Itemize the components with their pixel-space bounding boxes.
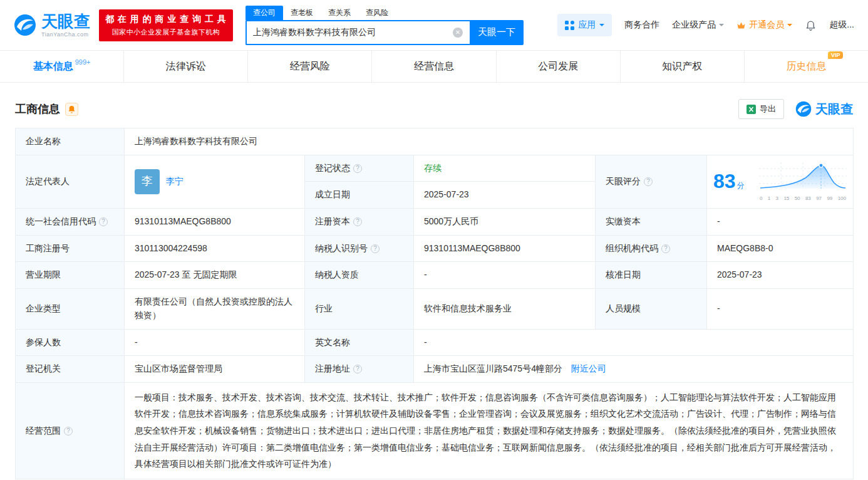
apps-grid-icon <box>565 21 574 30</box>
promo-line2: 国家中小企业发展子基金旗下机构 <box>105 28 227 37</box>
tab-business-label: 经营信息 <box>414 60 454 73</box>
help-icon[interactable] <box>644 177 653 186</box>
search-tab-company[interactable]: 查公司 <box>245 6 283 20</box>
business-cooperation-link[interactable]: 商务合作 <box>624 19 659 31</box>
label-approval-date: 核准日期 <box>596 262 707 289</box>
monitor-bell-icon[interactable] <box>65 103 78 116</box>
apps-menu[interactable]: 应用 <box>557 14 612 36</box>
page-title: 工商信息 <box>15 102 60 117</box>
help-icon[interactable] <box>99 217 108 226</box>
help-icon[interactable] <box>661 244 670 253</box>
search-tab-relation[interactable]: 查关系 <box>321 6 358 20</box>
value-approval-date: 2025-07-23 <box>707 262 854 289</box>
nearby-companies-link[interactable]: 附近公司 <box>571 363 606 373</box>
search-input[interactable] <box>245 20 470 45</box>
super-vip-link[interactable]: 超级... <box>829 19 854 31</box>
clear-icon[interactable] <box>453 28 463 38</box>
score-chart: 0 1 3 15 50 83 97 99 100 <box>759 161 847 202</box>
tab-intellectual-property[interactable]: 知识产权 <box>620 51 744 82</box>
table-row: 登记机关 宝山区市场监督管理局 注册地址 上海市宝山区蕰川路5475号4幢部分 … <box>16 356 854 383</box>
label-english-name: 英文名称 <box>305 329 414 356</box>
axis-tick: 3 <box>776 195 778 202</box>
help-icon[interactable] <box>353 365 362 373</box>
label-credit-code: 统一社会信用代码 <box>16 209 125 236</box>
tab-ip-label: 知识产权 <box>662 60 702 73</box>
search-button[interactable]: 天眼一下 <box>470 20 524 45</box>
label-company-name: 企业名称 <box>16 128 125 155</box>
search-tab-risk[interactable]: 查风险 <box>358 6 396 20</box>
tianyancha-watermark-logo[interactable]: 天眼查 <box>795 101 853 118</box>
help-icon[interactable] <box>64 427 73 436</box>
crown-icon <box>736 21 746 29</box>
label-industry: 行业 <box>305 289 414 329</box>
tab-business-info[interactable]: 经营信息 <box>371 51 495 82</box>
value-taxpayer-id: 91310113MAEQG8B800 <box>414 235 596 262</box>
label-taxpayer-quality: 纳税人资质 <box>305 262 414 289</box>
tab-legal-proceedings[interactable]: 法律诉讼 <box>123 51 247 82</box>
score-curve-icon <box>759 161 847 190</box>
value-staff-size: - <box>707 289 854 329</box>
apps-label: 应用 <box>578 19 596 31</box>
brand-domain: TianYanCha.com <box>41 31 90 38</box>
help-icon[interactable] <box>353 217 362 226</box>
table-row: 企业类型 有限责任公司（自然人投资或控股的法人独资） 行业 软件和信息技术服务业… <box>16 289 854 329</box>
label-reg-address: 注册地址 <box>305 356 414 383</box>
score-axis: 0 1 3 15 50 83 97 99 100 <box>759 195 847 202</box>
label-tianyan-score: 天眼评分 <box>596 155 707 208</box>
tianyancha-logo-icon <box>14 14 36 36</box>
top-header: 天眼查 TianYanCha.com 都 在 用 的 商 业 查 询 工 具 国… <box>0 0 868 50</box>
table-row: 营业期限 2025-07-23 至 无固定期限 纳税人资质 - 核准日期 202… <box>16 262 854 289</box>
tianyan-score-cell: 83分 <box>707 155 854 208</box>
value-business-term: 2025-07-23 至 无固定期限 <box>125 262 305 289</box>
score-unit: 分 <box>737 181 745 190</box>
search-tabs: 查公司 查老板 查关系 查风险 <box>245 6 524 20</box>
table-row: 企业名称 上海鸿睿数科数字科技有限公司 <box>16 128 854 155</box>
value-reg-capital: 5000万人民币 <box>414 209 596 236</box>
search-tab-boss[interactable]: 查老板 <box>283 6 321 20</box>
promo-line1: 都 在 用 的 商 业 查 询 工 具 <box>105 14 227 25</box>
legal-rep-link[interactable]: 李宁 <box>166 175 183 189</box>
notifications-bell-icon[interactable] <box>805 19 817 31</box>
label-business-term: 营业期限 <box>16 262 125 289</box>
value-company-name: 上海鸿睿数科数字科技有限公司 <box>125 128 854 155</box>
company-tabs: 基本信息 999+ 法律诉讼 经营风险 经营信息 公司发展 知识产权 历史信息 … <box>0 50 868 83</box>
tianyancha-logo-icon <box>795 101 812 117</box>
tab-history-info[interactable]: 历史信息 VIP <box>744 51 868 82</box>
tab-operating-risk[interactable]: 经营风险 <box>247 51 371 82</box>
tab-risk-label: 经营风险 <box>290 60 330 73</box>
section-head-right: 导出 天眼查 <box>738 99 853 119</box>
tab-legal-label: 法律诉讼 <box>166 60 206 73</box>
value-establish-date: 2025-07-23 <box>414 182 596 209</box>
top-right-nav: 应用 商务合作 企业级产品 开通会员 超级... <box>557 14 854 36</box>
chevron-down-icon <box>719 24 724 29</box>
promo-badge: 都 在 用 的 商 业 查 询 工 具 国家中小企业发展子基金旗下机构 <box>99 9 233 41</box>
avatar[interactable]: 李 <box>135 169 160 194</box>
open-vip-label: 开通会员 <box>749 19 784 31</box>
tab-basic-label: 基本信息 <box>33 60 73 73</box>
open-vip-menu[interactable]: 开通会员 <box>736 19 792 31</box>
label-establish-date: 成立日期 <box>305 182 414 209</box>
tab-basic-info[interactable]: 基本信息 999+ <box>0 51 123 82</box>
enterprise-products-menu[interactable]: 企业级产品 <box>672 19 724 31</box>
axis-tick: 97 <box>816 195 822 202</box>
tab-development-label: 公司发展 <box>538 60 578 73</box>
label-business-scope: 经营范围 <box>16 382 125 479</box>
section-head: 工商信息 导出 天眼查 <box>15 99 853 119</box>
export-button[interactable]: 导出 <box>738 99 784 119</box>
axis-tick: 0 <box>760 195 762 202</box>
help-icon[interactable] <box>371 244 380 253</box>
label-company-type: 企业类型 <box>16 289 125 329</box>
tab-history-label: 历史信息 <box>786 61 826 71</box>
business-info-table: 企业名称 上海鸿睿数科数字科技有限公司 法定代表人 李 李宁 登记状态 存续 天… <box>15 128 854 479</box>
table-row: 工商注册号 310113004224598 纳税人识别号 91310113MAE… <box>16 235 854 262</box>
value-company-type: 有限责任公司（自然人投资或控股的法人独资） <box>125 289 305 329</box>
tianyancha-logo[interactable]: 天眼查 TianYanCha.com <box>14 13 90 38</box>
tab-company-development[interactable]: 公司发展 <box>496 51 620 82</box>
enterprise-products-label: 企业级产品 <box>672 19 716 31</box>
table-row: 统一社会信用代码 91310113MAEQG8B800 注册资本 5000万人民… <box>16 209 854 236</box>
axis-tick: 15 <box>783 195 789 202</box>
value-english-name: - <box>414 329 854 356</box>
value-paid-capital: - <box>707 209 854 236</box>
help-icon[interactable] <box>353 164 362 173</box>
chevron-down-icon <box>787 24 792 29</box>
